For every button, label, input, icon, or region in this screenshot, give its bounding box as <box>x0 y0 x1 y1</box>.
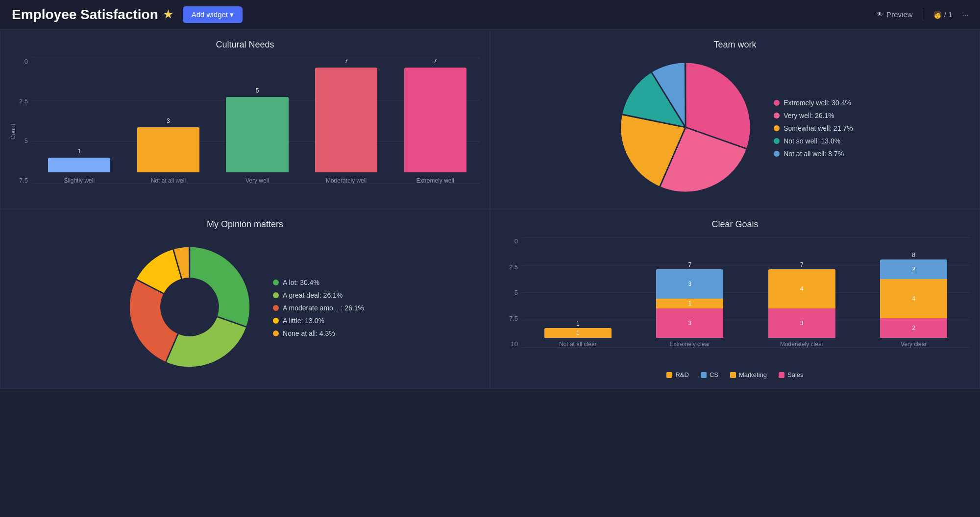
cultural-needs-chart: 7.5 5 2.5 0 Count 1 Slightly well 3 <box>10 58 480 199</box>
bar-group: 3 Not at all well <box>124 118 213 184</box>
cultural-needs-title: Cultural Needs <box>10 40 480 50</box>
legend-item: Very well: 26.1% <box>774 112 853 119</box>
chart-legend-item: CS <box>701 371 718 378</box>
clear-goals-chart: 10 7.5 5 2.5 0 1 1 <box>500 237 970 378</box>
preview-button[interactable]: 👁 Preview <box>876 10 912 19</box>
y-axis-label: Count <box>10 124 17 140</box>
bar-group: 7 Moderately well <box>302 58 391 184</box>
legend-label: Somewhat well: 21.7% <box>784 124 853 132</box>
legend-dot <box>273 292 279 298</box>
legend-item: A little: 13.0% <box>273 317 364 325</box>
stacked-total: 1 <box>576 320 580 327</box>
stacked-bar: 34 <box>768 269 835 338</box>
team-work-title: Team work <box>500 40 970 50</box>
title-text: Employee Satisfaction <box>12 7 158 23</box>
app-shell: Employee Satisfaction ★ Add widget ▾ 👁 P… <box>0 0 980 389</box>
stacked-bar-group: 7 34 Moderately clear <box>746 261 858 348</box>
pie-svg <box>617 59 754 196</box>
stacked-segment: 1 <box>656 299 723 308</box>
bars-container: 1 Slightly well 3 Not at all well 5 Very… <box>35 58 480 199</box>
legend-dot <box>774 151 780 157</box>
header-actions: 👁 Preview 🧑 / 1 ··· <box>876 9 968 21</box>
bar <box>226 97 288 172</box>
legend-dot <box>273 305 279 311</box>
legend-label: Not so well: 13.0% <box>784 137 840 145</box>
bar-value: 5 <box>256 87 259 94</box>
cultural-needs-panel: Cultural Needs 7.5 5 2.5 0 Count <box>0 29 490 209</box>
stacked-bar: 1 <box>544 328 612 338</box>
legend-item: Not at all well: 8.7% <box>774 150 853 158</box>
bar-group: 1 Slightly well <box>35 148 124 184</box>
legend-dot <box>774 125 780 131</box>
divider <box>923 9 923 21</box>
stacked-segment: 3 <box>768 308 835 338</box>
legend-label: A moderate amo... : 26.1% <box>283 304 364 312</box>
star-icon[interactable]: ★ <box>163 8 173 21</box>
my-opinion-title: My Opinion matters <box>10 219 480 230</box>
clear-goals-panel: Clear Goals 10 7.5 5 2.5 0 <box>490 209 980 389</box>
users-label[interactable]: 🧑 / 1 <box>933 10 953 19</box>
stacked-bars-container: 1 1 Not at all clear 7 313 Extremely cle… <box>500 237 970 367</box>
legend-square <box>701 372 707 378</box>
stacked-segment: 2 <box>880 259 947 279</box>
legend-item: Extremely well: 30.4% <box>774 99 853 107</box>
stacked-bar-group: 1 1 Not at all clear <box>522 320 634 348</box>
stacked-segment: 1 <box>544 328 612 338</box>
legend-label: None at all: 4.3% <box>283 329 335 337</box>
legend-dot <box>273 280 279 285</box>
legend-dot <box>774 138 780 144</box>
stacked-segment: 2 <box>880 318 947 338</box>
legend-label: Extremely well: 30.4% <box>784 99 851 107</box>
my-opinion-legend: A lot: 30.4%A great deal: 26.1%A moderat… <box>273 279 364 337</box>
bar-label: Moderately well <box>326 177 367 184</box>
team-work-panel: Team work Extremely well: 30.4%Very well… <box>490 29 980 209</box>
bar-value: 1 <box>77 148 81 155</box>
clear-goals-legend: R&DCSMarketingSales <box>500 371 970 378</box>
legend-label: CS <box>710 371 718 378</box>
stacked-segment: 3 <box>656 308 723 338</box>
legend-label: Sales <box>787 371 804 378</box>
eye-icon: 👁 <box>876 10 883 19</box>
stacked-segment: 3 <box>656 269 723 299</box>
legend-square <box>779 372 784 378</box>
bar-label: Extremely well <box>416 177 454 184</box>
legend-item: None at all: 4.3% <box>273 329 364 337</box>
dashboard-grid: Cultural Needs 7.5 5 2.5 0 Count <box>0 29 980 389</box>
legend-item: Not so well: 13.0% <box>774 137 853 145</box>
legend-item: A great deal: 26.1% <box>273 291 364 299</box>
team-work-chart: Extremely well: 30.4%Very well: 26.1%Som… <box>500 58 970 199</box>
bar <box>404 68 466 172</box>
clear-goals-title: Clear Goals <box>500 219 970 230</box>
legend-label: A lot: 30.4% <box>283 279 319 286</box>
add-widget-button[interactable]: Add widget ▾ <box>183 6 243 23</box>
stacked-bar: 242 <box>880 259 947 338</box>
legend-dot <box>273 318 279 324</box>
bar-label: Not at all clear <box>559 341 597 348</box>
bar <box>315 68 377 172</box>
donut-svg <box>126 243 253 371</box>
more-button[interactable]: ··· <box>962 10 968 19</box>
bar-label: Not at all well <box>151 177 186 184</box>
legend-square <box>730 372 736 378</box>
legend-label: Very well: 26.1% <box>784 112 834 119</box>
legend-label: A great deal: 26.1% <box>283 291 343 299</box>
donut-chart <box>126 243 253 373</box>
bar-label: Very well <box>245 177 269 184</box>
legend-label: R&D <box>675 371 688 378</box>
page-title: Employee Satisfaction ★ <box>12 7 173 23</box>
stacked-total: 7 <box>800 261 804 268</box>
legend-item: A lot: 30.4% <box>273 279 364 286</box>
header: Employee Satisfaction ★ Add widget ▾ 👁 P… <box>0 0 980 29</box>
my-opinion-chart: A lot: 30.4%A great deal: 26.1%A moderat… <box>10 237 480 378</box>
legend-square <box>666 372 672 378</box>
bar-label: Very clear <box>901 341 927 348</box>
bar-value: 3 <box>167 118 170 124</box>
stacked-bar-group: 8 242 Very clear <box>858 252 970 348</box>
legend-dot <box>774 113 780 118</box>
chart-legend-item: Sales <box>779 371 804 378</box>
chart-legend-item: Marketing <box>730 371 767 378</box>
bar <box>137 127 199 172</box>
legend-label: Not at all well: 8.7% <box>784 150 844 158</box>
stacked-segment: 4 <box>768 269 835 308</box>
stacked-segment: 4 <box>880 279 947 318</box>
